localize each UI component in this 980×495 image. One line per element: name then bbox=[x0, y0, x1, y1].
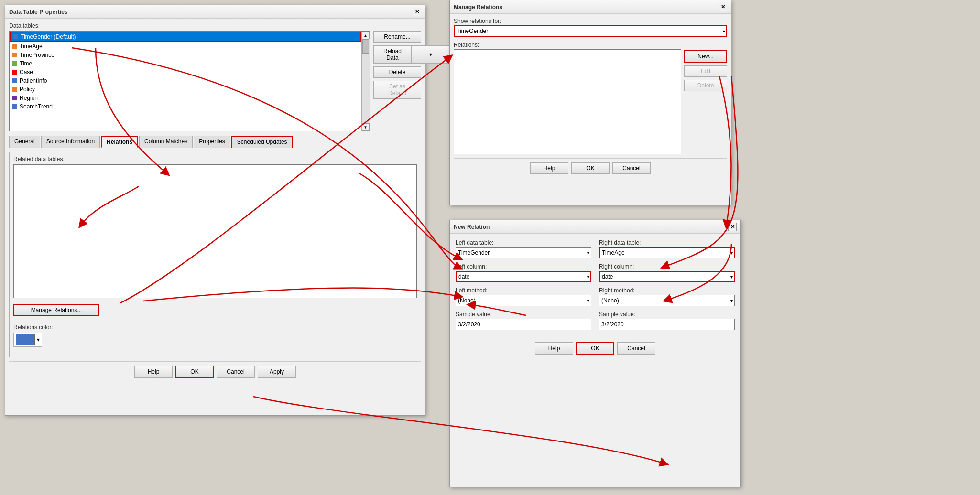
left-column-wrapper: date bbox=[456, 271, 591, 282]
right-sample-input[interactable] bbox=[599, 319, 735, 330]
nr-title: New Relation bbox=[454, 224, 490, 230]
mr-title: Manage Relations bbox=[454, 4, 502, 11]
data-tables-list: TimeGender (Default) TimeAge TimeProvinc… bbox=[9, 31, 370, 131]
reload-data-button[interactable]: Reload Data bbox=[373, 45, 412, 64]
show-relations-for-group: Show relations for: TimeGender bbox=[454, 18, 727, 37]
rename-button[interactable]: Rename... bbox=[373, 31, 421, 43]
mr-new-button[interactable]: New... bbox=[684, 50, 727, 63]
right-column-label: Right column: bbox=[599, 263, 735, 270]
dtp-titlebar: Data Table Properties ✕ bbox=[5, 5, 425, 19]
tab-general[interactable]: General bbox=[9, 136, 40, 148]
tab-scheduled-updates[interactable]: Scheduled Updates bbox=[231, 136, 293, 148]
right-method-group: Right method: (None) bbox=[599, 287, 735, 306]
right-method-wrapper: (None) bbox=[599, 295, 735, 306]
nr-ok-button[interactable]: OK bbox=[576, 342, 614, 355]
scroll-up[interactable]: ▲ bbox=[362, 32, 370, 39]
color-dot-region bbox=[12, 96, 17, 100]
nr-content: Left data table: TimeGender Right data t… bbox=[450, 234, 740, 360]
right-data-table-label: Right data table: bbox=[599, 239, 735, 246]
delete-button[interactable]: Delete bbox=[373, 66, 421, 78]
table-item-time[interactable]: Time bbox=[10, 59, 361, 68]
dtp-apply-button[interactable]: Apply bbox=[258, 366, 296, 378]
right-column-select[interactable]: date bbox=[599, 271, 735, 282]
dtp-footer: Help OK Cancel Apply bbox=[9, 366, 421, 378]
left-method-label: Left method: bbox=[456, 287, 591, 294]
tables-scrollbar[interactable]: ▲ ▼ bbox=[361, 32, 369, 131]
scroll-thumb[interactable] bbox=[362, 39, 369, 54]
table-item-timegender[interactable]: TimeGender (Default) bbox=[10, 32, 361, 42]
table-item-case[interactable]: Case bbox=[10, 68, 361, 76]
show-relations-for-label: Show relations for: bbox=[454, 18, 727, 24]
dtp-ok-button[interactable]: OK bbox=[175, 366, 214, 378]
left-column-select[interactable]: date bbox=[456, 271, 591, 282]
tables-list-content: TimeGender (Default) TimeAge TimeProvinc… bbox=[10, 32, 361, 131]
scroll-track bbox=[362, 39, 370, 123]
table-item-patientinfo[interactable]: PatientInfo bbox=[10, 76, 361, 85]
nr-cancel-button[interactable]: Cancel bbox=[617, 342, 655, 355]
mr-cancel-button[interactable]: Cancel bbox=[612, 162, 651, 174]
nr-close-button[interactable]: ✕ bbox=[728, 223, 737, 231]
mr-titlebar: Manage Relations ✕ bbox=[450, 0, 731, 14]
dtp-cancel-button[interactable]: Cancel bbox=[217, 366, 255, 378]
color-dot-time bbox=[12, 61, 17, 66]
color-dot-timeage bbox=[12, 44, 17, 49]
tab-relations[interactable]: Relations bbox=[101, 136, 138, 148]
tab-relations-content: Related data tables: Manage Relations...… bbox=[9, 152, 421, 357]
color-dot-searchtrend bbox=[12, 104, 17, 109]
mr-ok-button[interactable]: OK bbox=[571, 162, 610, 174]
right-method-label: Right method: bbox=[599, 287, 735, 294]
relations-color-label: Relations color: bbox=[13, 324, 417, 331]
color-dot-timeprovince bbox=[12, 53, 17, 57]
mr-delete-button[interactable]: Delete bbox=[684, 80, 727, 91]
nr-sample-row: Sample value: Sample value: bbox=[456, 311, 735, 330]
nr-top-row: Left data table: TimeGender Right data t… bbox=[456, 239, 735, 258]
relations-listbox bbox=[454, 49, 681, 154]
table-item-policy[interactable]: Policy bbox=[10, 85, 361, 94]
mr-close-button[interactable]: ✕ bbox=[719, 3, 727, 11]
left-sample-group: Sample value: bbox=[456, 311, 591, 330]
table-item-searchtrend[interactable]: SearchTrend bbox=[10, 102, 361, 111]
scroll-down[interactable]: ▼ bbox=[362, 123, 370, 131]
manage-relations-button[interactable]: Manage Relations... bbox=[13, 304, 99, 316]
table-item-region[interactable]: Region bbox=[10, 94, 361, 102]
nr-help-button[interactable]: Help bbox=[535, 342, 573, 355]
tab-source-information[interactable]: Source Information bbox=[41, 136, 100, 148]
right-sample-label: Sample value: bbox=[599, 311, 735, 318]
left-sample-input[interactable] bbox=[456, 319, 591, 330]
right-sample-group: Sample value: bbox=[599, 311, 735, 330]
show-relations-row: TimeGender bbox=[454, 25, 727, 37]
dtp-tabs: General Source Information Relations Col… bbox=[9, 135, 421, 148]
right-column-wrapper: date bbox=[599, 271, 735, 282]
color-dot-policy bbox=[12, 87, 17, 92]
show-relations-select-wrapper: TimeGender bbox=[454, 25, 727, 37]
color-dot-case bbox=[12, 70, 17, 75]
table-item-timeage[interactable]: TimeAge bbox=[10, 42, 361, 51]
left-column-label: Left column: bbox=[456, 263, 591, 270]
dtp-close-button[interactable]: ✕ bbox=[413, 8, 421, 16]
left-method-wrapper: (None) bbox=[456, 295, 591, 306]
tab-column-matches[interactable]: Column Matches bbox=[139, 136, 193, 148]
dtp-help-button[interactable]: Help bbox=[134, 366, 173, 378]
relations-color-dropdown[interactable]: ▾ bbox=[13, 333, 42, 347]
manage-relations-window: Manage Relations ✕ Show relations for: T… bbox=[449, 0, 731, 205]
left-method-select[interactable]: (None) bbox=[456, 295, 591, 306]
set-as-default-button[interactable]: Set as Default bbox=[373, 81, 421, 99]
nr-footer: Help OK Cancel bbox=[456, 342, 735, 355]
table-item-timeprovince[interactable]: TimeProvince bbox=[10, 51, 361, 59]
tab-properties[interactable]: Properties bbox=[194, 136, 230, 148]
relations-area: Relations: New... Edit Delete bbox=[454, 42, 727, 154]
show-relations-select[interactable]: TimeGender bbox=[454, 25, 727, 37]
left-column-group: Left column: date bbox=[456, 263, 591, 282]
right-data-table-group: Right data table: TimeAge bbox=[599, 239, 735, 258]
chevron-down-icon: ▾ bbox=[37, 336, 40, 343]
mr-edit-button[interactable]: Edit bbox=[684, 65, 727, 77]
left-data-table-select[interactable]: TimeGender bbox=[456, 247, 591, 258]
right-data-table-select[interactable]: TimeAge bbox=[599, 247, 735, 258]
left-data-table-wrapper: TimeGender bbox=[456, 247, 591, 258]
mr-help-button[interactable]: Help bbox=[530, 162, 568, 174]
data-tables-label: Data tables: bbox=[9, 22, 421, 29]
left-method-group: Left method: (None) bbox=[456, 287, 591, 306]
relations-color-section: Relations color: ▾ bbox=[13, 324, 417, 347]
reload-dropdown-button[interactable]: ▾ bbox=[412, 45, 450, 64]
right-method-select[interactable]: (None) bbox=[599, 295, 735, 306]
